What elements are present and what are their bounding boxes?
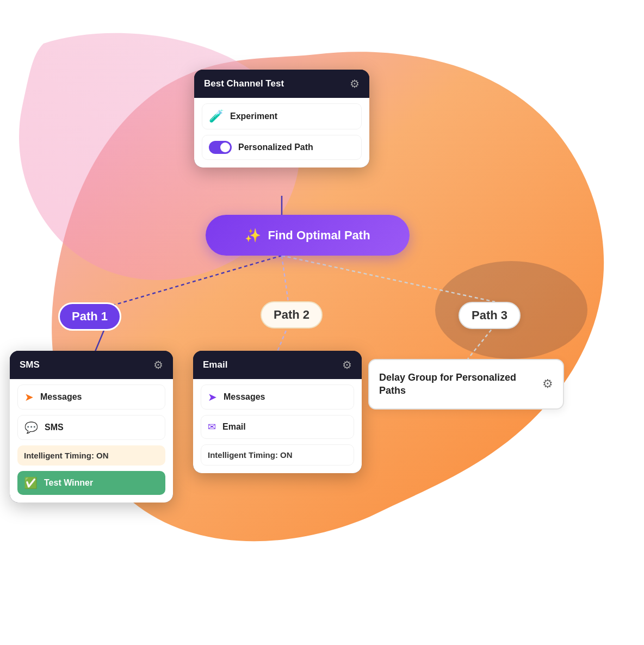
email-header: Email ⚙ [193,351,362,379]
delay-group-text: Delay Group for Personalized Paths [379,371,542,398]
email-messages-label: Messages [224,392,265,402]
best-channel-title: Best Channel Test [204,78,284,89]
personalized-path-row: Personalized Path [202,135,362,160]
toggle-thumb [220,142,230,152]
sms-header: SMS ⚙ [10,351,173,379]
email-gear-icon[interactable]: ⚙ [342,358,352,371]
sms-sms-icon: 💬 [24,421,38,434]
email-card: Email ⚙ ➤ Messages ✉ Email Intelligent T… [193,351,362,473]
sms-winner-label: Test Winner [44,478,93,488]
toggle-track [209,141,232,154]
email-timing-row: Intelligent Timing: ON [201,444,354,466]
sms-timing-row: Intelligent Timing: ON [17,445,165,466]
best-channel-body: 🧪 Experiment Personalized Path [194,98,369,168]
email-email-icon: ✉ [208,421,216,433]
sms-winner-row: ✅ Test Winner [17,471,165,495]
best-channel-card: Best Channel Test ⚙ 🧪 Experiment Persona… [194,70,369,168]
magic-wand-icon: ✨ [245,228,261,243]
email-email-row: ✉ Email [201,415,354,439]
experiment-icon: 🧪 [209,109,224,123]
sms-sms-label: SMS [45,423,64,432]
email-timing-label: Intelligent Timing: ON [208,450,293,460]
email-body: ➤ Messages ✉ Email Intelligent Timing: O… [193,379,362,473]
best-channel-header: Best Channel Test ⚙ [194,70,369,98]
sms-messages-label: Messages [40,392,82,402]
sms-body: ➤ Messages 💬 SMS Intelligent Timing: ON … [10,379,173,503]
delay-group-card: Delay Group for Personalized Paths ⚙ [368,359,564,410]
personalized-path-label: Personalized Path [238,142,313,152]
find-optimal-button[interactable]: ✨ Find Optimal Path [206,215,410,256]
find-optimal-label: Find Optimal Path [268,228,370,243]
sms-card: SMS ⚙ ➤ Messages 💬 SMS Intelligent Timin… [10,351,173,503]
sms-timing-label: Intelligent Timing: ON [24,451,109,460]
email-title: Email [203,359,227,370]
sms-messages-icon: ➤ [24,390,34,404]
sms-gear-icon[interactable]: ⚙ [153,358,163,371]
sms-messages-row: ➤ Messages [17,384,165,410]
path-1-label: Path 1 [58,302,121,331]
email-messages-row: ➤ Messages [201,384,354,410]
email-email-label: Email [222,422,246,432]
path-3-label: Path 3 [459,302,521,329]
sms-sms-row: 💬 SMS [17,415,165,440]
experiment-row: 🧪 Experiment [202,103,362,129]
delay-gear-icon[interactable]: ⚙ [542,377,553,391]
path-2-label: Path 2 [261,301,323,328]
personalized-path-toggle[interactable] [209,141,232,154]
best-channel-gear-icon[interactable]: ⚙ [350,77,360,90]
sms-title: SMS [20,359,40,370]
experiment-label: Experiment [230,111,277,121]
email-messages-icon: ➤ [208,390,217,404]
check-icon: ✅ [24,476,38,489]
